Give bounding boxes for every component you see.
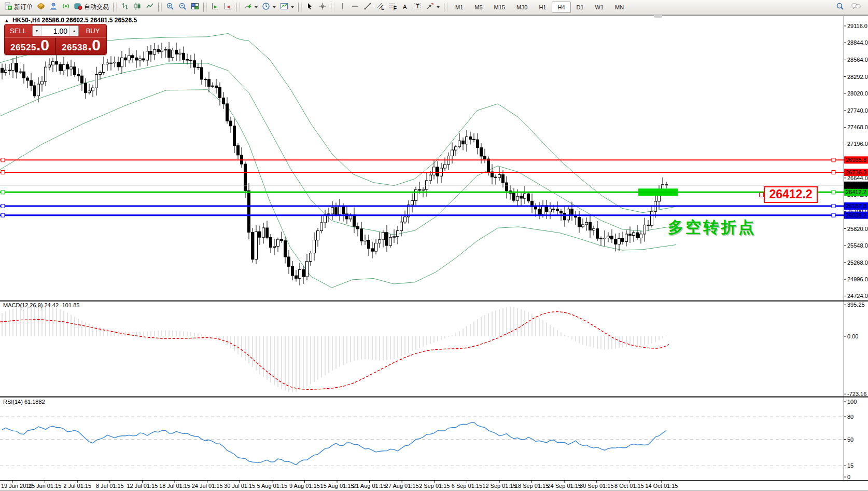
svg-text:5 Aug 01:15: 5 Aug 01:15 bbox=[257, 483, 287, 489]
svg-text:12 Sep 01:15: 12 Sep 01:15 bbox=[482, 483, 516, 489]
hline-handle[interactable] bbox=[832, 204, 835, 208]
text-label-button[interactable]: T bbox=[411, 2, 424, 13]
tf-m5-button[interactable]: M5 bbox=[469, 2, 488, 13]
zoom-in-button[interactable] bbox=[164, 2, 176, 13]
one-click-collapse-icon[interactable]: ▲ bbox=[4, 18, 9, 23]
volume-decrease-button[interactable]: ▾ bbox=[33, 26, 41, 36]
svg-text:26038.2: 26038.2 bbox=[846, 212, 866, 219]
hline-handle[interactable] bbox=[832, 190, 835, 194]
price-callout-box[interactable]: 26412.2 bbox=[764, 186, 818, 203]
tf-mn-button[interactable]: MN bbox=[609, 2, 629, 13]
chart-canvas[interactable]: 29116.028844.028564.028292.028020.027740… bbox=[0, 15, 868, 491]
buy-button[interactable]: BUY bbox=[79, 24, 106, 37]
arrows-icon bbox=[426, 2, 434, 12]
hline-handle[interactable] bbox=[832, 158, 835, 162]
data-window-button[interactable] bbox=[47, 2, 60, 13]
window-splitter-handle[interactable] bbox=[654, 15, 662, 18]
equidistant-channel-button[interactable]: E bbox=[374, 2, 386, 13]
svg-text:0: 0 bbox=[847, 474, 850, 480]
cursor-button[interactable] bbox=[304, 2, 316, 13]
fibonacci-icon: F bbox=[388, 2, 397, 12]
macd-panel: 395.250.00-723.16MACD(12,26,9) 24.42 -10… bbox=[0, 302, 866, 397]
strategy-signal-button[interactable] bbox=[60, 2, 72, 13]
auto-trading-button[interactable]: 自动交易 bbox=[72, 2, 111, 13]
auto-scroll-button[interactable] bbox=[209, 2, 221, 13]
svg-text:15 Aug 01:15: 15 Aug 01:15 bbox=[320, 483, 354, 489]
hline-handle[interactable] bbox=[1, 213, 5, 217]
tf-h1-button[interactable]: H1 bbox=[533, 2, 552, 13]
axis-tag: 26412.2 bbox=[844, 188, 868, 196]
indicators-icon bbox=[244, 2, 252, 12]
svg-text:29116.0: 29116.0 bbox=[847, 23, 867, 29]
horizontal-line-button[interactable] bbox=[349, 2, 361, 13]
svg-text:26935.8: 26935.8 bbox=[846, 157, 866, 163]
hline-handle[interactable] bbox=[1, 158, 5, 162]
svg-text:E: E bbox=[381, 5, 384, 10]
hline-handle[interactable] bbox=[832, 213, 835, 217]
arrows-button[interactable] bbox=[424, 2, 442, 13]
buy-price-main: 26538 bbox=[62, 43, 88, 53]
candlestick-chart-icon bbox=[133, 2, 142, 12]
tf-h4-button[interactable]: H4 bbox=[552, 2, 570, 13]
svg-text:8 Jul 01:15: 8 Jul 01:15 bbox=[96, 483, 124, 489]
svg-text:26412.2: 26412.2 bbox=[846, 189, 866, 195]
periods-button[interactable] bbox=[260, 2, 278, 13]
indicators-button[interactable] bbox=[242, 2, 260, 13]
svg-text:80: 80 bbox=[847, 414, 853, 420]
market-watch-button[interactable] bbox=[35, 2, 47, 13]
svg-text:27 Aug 01:15: 27 Aug 01:15 bbox=[385, 483, 419, 489]
trendline-button[interactable] bbox=[361, 2, 374, 13]
svg-text:25268.0: 25268.0 bbox=[847, 260, 868, 266]
chat-button[interactable] bbox=[849, 2, 863, 13]
hline-handle[interactable] bbox=[1, 204, 5, 208]
turning-point-label[interactable]: 多空转折点 bbox=[668, 217, 756, 238]
sell-price[interactable]: 26525.0 bbox=[5, 38, 56, 55]
search-button[interactable] bbox=[834, 2, 846, 13]
fibonacci-button[interactable]: F bbox=[386, 2, 399, 13]
svg-text:30 Jul 01:15: 30 Jul 01:15 bbox=[224, 483, 255, 489]
chevron-down-icon bbox=[273, 6, 276, 8]
cursor-icon bbox=[306, 2, 314, 12]
buy-price[interactable]: 26538.0 bbox=[56, 38, 106, 55]
rsi-label: RSI(14) 61.1882 bbox=[3, 399, 45, 405]
chart-shift-button[interactable] bbox=[221, 2, 234, 13]
svg-text:28020.0: 28020.0 bbox=[847, 90, 868, 97]
auto-scroll-icon bbox=[211, 2, 219, 12]
rsi-line bbox=[2, 422, 666, 465]
tf-d1-button[interactable]: D1 bbox=[571, 2, 590, 13]
hline-handle[interactable] bbox=[1, 190, 5, 194]
chat-icon bbox=[851, 2, 861, 12]
tile-windows-button[interactable] bbox=[189, 2, 201, 13]
tf-m1-button[interactable]: M1 bbox=[450, 2, 469, 13]
templates-button[interactable] bbox=[278, 2, 296, 13]
hline-handle[interactable] bbox=[1, 170, 5, 174]
new-order-button[interactable]: 新订单 bbox=[2, 2, 35, 13]
svg-text:24724.0: 24724.0 bbox=[847, 293, 868, 299]
hline-handle[interactable] bbox=[832, 170, 835, 174]
candlestick-chart-button[interactable] bbox=[131, 2, 144, 13]
svg-text:28292.0: 28292.0 bbox=[847, 74, 868, 80]
toolbar-right bbox=[834, 2, 866, 13]
price-callout-anchor[interactable] bbox=[759, 193, 764, 197]
bar-chart-button[interactable] bbox=[119, 2, 131, 13]
date-axis: 19 Jun 201925 Jun 01:152 Jul 01:158 Jul … bbox=[1, 481, 678, 489]
svg-text:26736.3: 26736.3 bbox=[846, 169, 866, 175]
svg-text:28564.0: 28564.0 bbox=[847, 57, 868, 63]
crosshair-button[interactable] bbox=[316, 2, 329, 13]
tf-w1-button[interactable]: W1 bbox=[590, 2, 610, 13]
text-button[interactable]: A bbox=[399, 2, 411, 13]
toolbar-separator bbox=[158, 3, 162, 12]
tf-m30-button[interactable]: M30 bbox=[511, 2, 533, 13]
volume-increase-button[interactable]: ▴ bbox=[69, 26, 78, 36]
toolbar-group: EFAT bbox=[337, 2, 442, 13]
volume-input[interactable] bbox=[41, 27, 69, 35]
toolbar-group: 新订单自动交易 bbox=[2, 2, 111, 13]
zoom-out-button[interactable] bbox=[176, 2, 189, 13]
tf-m15-button[interactable]: M15 bbox=[488, 2, 511, 13]
toolbar-group: M1M5M15M30H1H4D1W1MN bbox=[450, 2, 629, 13]
search-icon bbox=[836, 2, 844, 12]
vertical-line-button[interactable] bbox=[337, 2, 349, 13]
svg-text:25820.0: 25820.0 bbox=[847, 226, 868, 232]
line-chart-button[interactable] bbox=[144, 2, 156, 13]
sell-button[interactable]: SELL bbox=[5, 24, 32, 37]
